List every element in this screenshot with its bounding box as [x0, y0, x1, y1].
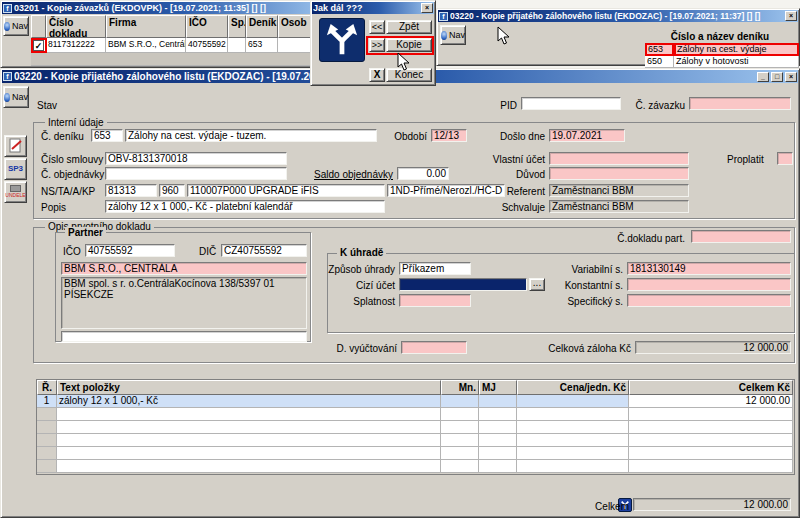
zavazek-field[interactable]: [689, 97, 791, 110]
ta-field[interactable]: 960: [159, 184, 185, 197]
item-row-3-text[interactable]: [57, 421, 441, 434]
doslo-field[interactable]: 19.07.2021: [549, 129, 625, 142]
item-row-3-mn[interactable]: [441, 421, 479, 434]
empty-row[interactable]: [31, 53, 312, 66]
dokpart-field[interactable]: [691, 230, 791, 243]
konst-field[interactable]: [627, 278, 791, 291]
back-button[interactable]: Zpět: [386, 20, 432, 34]
end-symbol-button[interactable]: X: [369, 68, 385, 82]
item-row-1-number[interactable]: 1: [37, 395, 57, 408]
denik-name-field[interactable]: Zálohy na cest. výdaje - tuzem.: [125, 129, 377, 142]
item-row-5-text[interactable]: [57, 447, 441, 460]
vlastni-ucet-field[interactable]: [549, 152, 689, 165]
item-row-2-number[interactable]: [37, 408, 57, 421]
item-row-4-number[interactable]: [37, 434, 57, 447]
item-row-4-text[interactable]: [57, 434, 441, 447]
item-row-5-mj[interactable]: [479, 447, 517, 460]
item-row-2-mn[interactable]: [441, 408, 479, 421]
ns-field[interactable]: 81313: [105, 184, 157, 197]
item-row-5-cena[interactable]: [517, 447, 629, 460]
item-row-3-number[interactable]: [37, 421, 57, 434]
item-row-3-celkem[interactable]: [629, 421, 793, 434]
item-row-4-cena[interactable]: [517, 434, 629, 447]
item-row-6-mj[interactable]: [479, 460, 517, 473]
item-row-6-cena[interactable]: [517, 460, 629, 473]
item-row-6-number[interactable]: [37, 460, 57, 473]
row-cislo-dokladu[interactable]: 8117312222: [46, 38, 106, 53]
item-row-6-celkem[interactable]: [629, 460, 793, 473]
item-row-2-mj[interactable]: [479, 408, 517, 421]
item-row-5-number[interactable]: [37, 447, 57, 460]
denik-row-653-number[interactable]: 653: [645, 43, 674, 56]
item-row-2-text[interactable]: [57, 408, 441, 421]
partner-extra-field[interactable]: [61, 331, 307, 342]
partner-dic-field[interactable]: CZ40755592: [221, 244, 307, 257]
row-sp[interactable]: [228, 38, 246, 53]
row-ico[interactable]: 40755592: [186, 38, 228, 53]
item-row-1-celkem[interactable]: 12 000.00: [629, 395, 793, 408]
item-row-3-cena[interactable]: [517, 421, 629, 434]
item-row-6-mn[interactable]: [441, 460, 479, 473]
akce-field[interactable]: 110007P000 UPGRADE iFIS: [187, 184, 385, 197]
back-symbol-button[interactable]: <<: [369, 20, 385, 34]
row-firma[interactable]: BBM S.R.O., Centrála: [106, 38, 186, 53]
proplatit-field[interactable]: [777, 152, 793, 165]
popis-field[interactable]: zálohy 12 x 1 000,- Kč - platební kalend…: [105, 200, 385, 213]
denik-row-653-name[interactable]: Zálohy na cest. výdaje: [674, 43, 799, 56]
item-row-3-mj[interactable]: [479, 421, 517, 434]
titlebar: f 03220 - Kopie přijatého zálohového lis…: [438, 10, 798, 22]
item-row-4-mj[interactable]: [479, 434, 517, 447]
cizi-ucet-lookup-button[interactable]: ...: [529, 278, 545, 291]
splatnost-field[interactable]: [399, 294, 471, 307]
item-row-6-text[interactable]: [57, 460, 441, 473]
variab-field[interactable]: 1813130149: [627, 262, 791, 275]
item-row-2-celkem[interactable]: [629, 408, 793, 421]
window-title: 03201 - Kopie závazků (EKDOVPK) - [19.07…: [14, 3, 315, 13]
row-denik[interactable]: 653: [246, 38, 278, 53]
close-icon[interactable]: ×: [785, 72, 797, 82]
item-row-5-celkem[interactable]: [629, 447, 793, 460]
saldo-label[interactable]: Saldo objednávky: [307, 169, 393, 181]
row-osob[interactable]: [278, 38, 312, 53]
item-row-2-cena[interactable]: [517, 408, 629, 421]
row-checkbox[interactable]: ✓: [33, 40, 44, 51]
objednavka-field[interactable]: [105, 167, 287, 180]
item-row-1-text[interactable]: zálohy 12 x 1 000,- Kč: [57, 395, 441, 408]
cizi-ucet-field[interactable]: [399, 278, 527, 291]
minimize-icon[interactable]: _: [757, 72, 769, 82]
restore-icon[interactable]: □: [771, 72, 783, 82]
partner-ico-field[interactable]: 40755592: [85, 244, 175, 257]
nav-button[interactable]: Nav: [440, 25, 466, 45]
duvod-label: Důvod: [505, 169, 545, 181]
referent-label: Referent: [499, 186, 545, 198]
close-icon[interactable]: ×: [421, 3, 433, 13]
denik-number-field[interactable]: 653: [91, 129, 123, 142]
celkem-field: 12 000.00: [633, 498, 791, 511]
copy-button[interactable]: Kopie: [386, 38, 432, 52]
denik-row-650-name[interactable]: Zálohy v hotovosti: [674, 56, 799, 68]
item-row-4-celkem[interactable]: [629, 434, 793, 447]
edit-doc-icon[interactable]: [4, 135, 27, 157]
sp3-icon[interactable]: SP3: [4, 158, 27, 180]
item-row-4-mn[interactable]: [441, 434, 479, 447]
copy-symbol-button[interactable]: >>: [369, 38, 385, 52]
nav-button[interactable]: Nav: [3, 86, 29, 108]
undelete-icon[interactable]: UNDELE: [4, 181, 27, 203]
nav-button[interactable]: Nav: [3, 16, 29, 36]
item-row-1-cena[interactable]: [517, 395, 629, 408]
item-row-1-mn[interactable]: [441, 395, 479, 408]
kp-field[interactable]: 1ND-Přímé/Nerozl./HČ-D: [387, 184, 505, 197]
smlouva-field[interactable]: OBV-8131370018: [105, 152, 287, 165]
end-button[interactable]: Konec: [386, 68, 432, 82]
denik-row-650-number[interactable]: 650: [645, 56, 674, 68]
obdobi-field[interactable]: 12/13: [431, 129, 467, 142]
item-row-1-mj[interactable]: [479, 395, 517, 408]
item-row-5-mn[interactable]: [441, 447, 479, 460]
partner-name-field[interactable]: BBM S.R.O., CENTRÁLA: [61, 262, 307, 275]
zpusob-field[interactable]: Příkazem: [399, 262, 471, 275]
specif-field[interactable]: [627, 294, 791, 307]
dvyuct-field[interactable]: [401, 341, 467, 354]
duvod-field[interactable]: [549, 167, 689, 180]
close-icon[interactable]: ×: [785, 11, 797, 21]
app-icon: f: [3, 4, 12, 13]
